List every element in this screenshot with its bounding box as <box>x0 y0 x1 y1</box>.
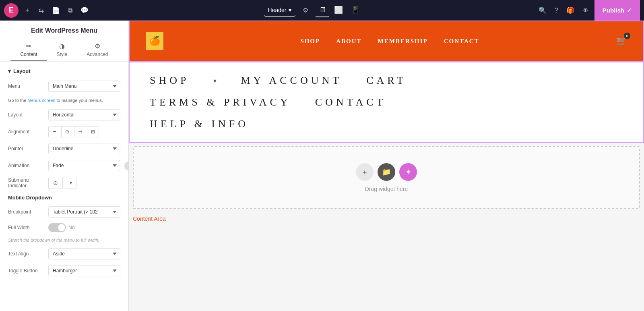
tab-advanced[interactable]: ⚙ Advanced <box>77 39 118 61</box>
tab-content-label: Content <box>20 52 37 57</box>
menu-row-1: SHOP ▾ MY ACCOUNT CART <box>150 75 623 87</box>
nav-item-membership[interactable]: MEMBERSHIP <box>378 38 428 45</box>
text-align-field-row: Text Align Aside <box>8 248 120 259</box>
gift-icon[interactable]: 🎁 <box>564 4 577 17</box>
sidebar-title: Edit WordPress Menu <box>8 27 120 34</box>
text-align-control: Aside <box>48 248 120 259</box>
fullwidth-control: No <box>48 223 120 232</box>
breakpoint-field-row: Breakpoint Tablet Portrait (> 102 <box>8 206 120 218</box>
sidebar-content: ▾ Layout Menu Main Menu Go to the Menus … <box>0 62 128 288</box>
tab-style[interactable]: ◑ Style <box>47 39 77 61</box>
desktop-device-button[interactable]: 🖥 <box>316 3 329 17</box>
submenu-indicator-control: ⊙ ▾ <box>48 177 120 189</box>
alignment-label: Alignment <box>8 129 48 135</box>
layout-control: Horizontal <box>48 109 120 120</box>
elementor-logo[interactable]: E <box>4 3 19 18</box>
add-icon[interactable]: ＋ <box>22 4 33 17</box>
align-end-button[interactable]: ⊣ <box>74 126 86 137</box>
breakpoint-select[interactable]: Tablet Portrait (> 102 <box>48 206 120 218</box>
breakpoint-control: Tablet Portrait (> 102 <box>48 206 120 218</box>
device-selector: 🖥 ⬜ 📱 <box>316 3 363 17</box>
toggle-button-field-row: Toggle Button Hamburger <box>8 265 120 276</box>
menu-item-help-info[interactable]: HELP & INFO <box>150 118 249 130</box>
fullwidth-label: Full Width <box>8 225 48 230</box>
drag-widget-area: ＋ 📁 ✦ Drag widget here <box>133 146 640 209</box>
nav-item-about[interactable]: ABOUT <box>336 38 361 45</box>
sidebar-header: Edit WordPress Menu ✏ Content ◑ Style ⚙ … <box>0 21 128 62</box>
cart-count-badge: 0 <box>624 33 630 39</box>
widget-library-button[interactable]: 📁 <box>378 163 395 181</box>
indicator-dropdown-button[interactable]: ▾ <box>65 177 76 189</box>
toggle-no-label: No <box>68 225 74 230</box>
align-justify-button[interactable]: ⊞ <box>87 126 99 137</box>
align-center-button[interactable]: ⊙ <box>61 126 73 137</box>
indicator-icon-button[interactable]: ⊙ <box>48 177 63 189</box>
fullwidth-toggle[interactable] <box>48 223 66 232</box>
tablet-device-button[interactable]: ⬜ <box>331 3 346 17</box>
help-icon[interactable]: ? <box>552 4 561 17</box>
shop-dropdown-icon[interactable]: ▾ <box>213 77 217 85</box>
menus-screen-info: Go to the Menus screen to manage your me… <box>8 97 120 104</box>
history-icon[interactable]: ⇆ <box>36 4 46 17</box>
toggle-button-control: Hamburger <box>48 265 120 276</box>
animation-field-row: Animation Fade <box>8 160 120 171</box>
advanced-icon: ⚙ <box>95 42 100 50</box>
tab-advanced-label: Advanced <box>87 52 108 57</box>
nav-item-shop[interactable]: SHOP <box>300 38 320 45</box>
menu-item-my-account[interactable]: MY ACCOUNT <box>241 75 342 87</box>
comments-icon[interactable]: 💬 <box>78 4 91 17</box>
add-widget-button[interactable]: ＋ <box>356 163 374 181</box>
alignment-buttons: ⊢ ⊙ ⊣ ⊞ <box>48 126 120 137</box>
content-icon: ✏ <box>26 42 31 50</box>
section-collapse-icon: ▾ <box>8 68 11 74</box>
publish-button[interactable]: Publish ✓ <box>594 0 640 21</box>
pointer-field-row: Pointer Underline <box>8 143 120 154</box>
logo-image: 🍊 <box>146 32 163 50</box>
tab-style-label: Style <box>56 52 67 57</box>
menu-field-row: Menu Main Menu <box>8 81 120 92</box>
layers-icon[interactable]: ⧉ <box>66 4 75 17</box>
preview-icon[interactable]: 👁 <box>580 4 591 17</box>
pointer-select[interactable]: Underline <box>48 143 120 154</box>
drag-widget-label: Drag widget here <box>365 186 408 192</box>
content-area-label: Content Area <box>129 212 644 225</box>
search-icon[interactable]: 🔍 <box>536 4 549 17</box>
menu-label: Menu <box>8 83 48 89</box>
document-icon[interactable]: 📄 <box>50 4 62 17</box>
animation-label: Animation <box>8 163 48 168</box>
animation-select[interactable]: Fade <box>48 160 120 171</box>
menu-content: SHOP ▾ MY ACCOUNT CART TERMS & PRIVACY C… <box>129 62 644 143</box>
menu-item-terms-privacy[interactable]: TERMS & PRIVACY <box>150 96 291 108</box>
checkmark-icon: ✓ <box>627 7 632 14</box>
canvas-area: 🍊 SHOP ABOUT MEMBERSHIP CONTACT 🛒 0 SHOP… <box>129 21 644 311</box>
align-start-button[interactable]: ⊢ <box>48 126 60 137</box>
menus-screen-link[interactable]: Menus screen <box>27 98 55 103</box>
text-align-select[interactable]: Aside <box>48 248 120 259</box>
submenu-indicator-field-row: Submenu Indicator ⊙ ▾ <box>8 177 120 189</box>
toggle-button-select[interactable]: Hamburger <box>48 265 120 276</box>
menu-item-contact[interactable]: CONTACT <box>315 96 386 108</box>
settings-icon[interactable]: ⚙ <box>300 4 311 17</box>
layout-select[interactable]: Horizontal <box>48 109 120 120</box>
sidebar-tabs: ✏ Content ◑ Style ⚙ Advanced <box>8 39 120 61</box>
menu-item-cart[interactable]: CART <box>366 75 407 87</box>
fullwidth-field-row: Full Width No <box>8 223 120 232</box>
header-preview: 🍊 SHOP ABOUT MEMBERSHIP CONTACT 🛒 0 <box>129 21 644 62</box>
mobile-device-button[interactable]: 📱 <box>348 3 363 17</box>
alignment-control: ⊢ ⊙ ⊣ ⊞ <box>48 126 120 137</box>
menu-item-shop[interactable]: SHOP <box>150 75 189 87</box>
tab-content[interactable]: ✏ Content <box>10 39 47 61</box>
info-text-before: Go to the <box>8 98 27 103</box>
ai-widget-button[interactable]: ✦ <box>399 163 417 181</box>
breakpoint-label: Breakpoint <box>8 209 48 215</box>
nav-item-contact[interactable]: CONTACT <box>444 38 479 45</box>
layout-label: Layout <box>8 112 48 118</box>
cart-icon[interactable]: 🛒 0 <box>616 36 627 46</box>
menu-select[interactable]: Main Menu <box>48 81 120 92</box>
submenu-indicator-label: Submenu Indicator <box>8 177 48 189</box>
chevron-down-icon: ▾ <box>289 7 291 13</box>
header-dropdown[interactable]: Header ▾ <box>264 4 296 17</box>
layout-section-header[interactable]: ▾ Layout <box>8 68 120 74</box>
header-logo: 🍊 <box>146 32 163 50</box>
mobile-dropdown-title: Mobile Dropdown <box>8 195 120 201</box>
